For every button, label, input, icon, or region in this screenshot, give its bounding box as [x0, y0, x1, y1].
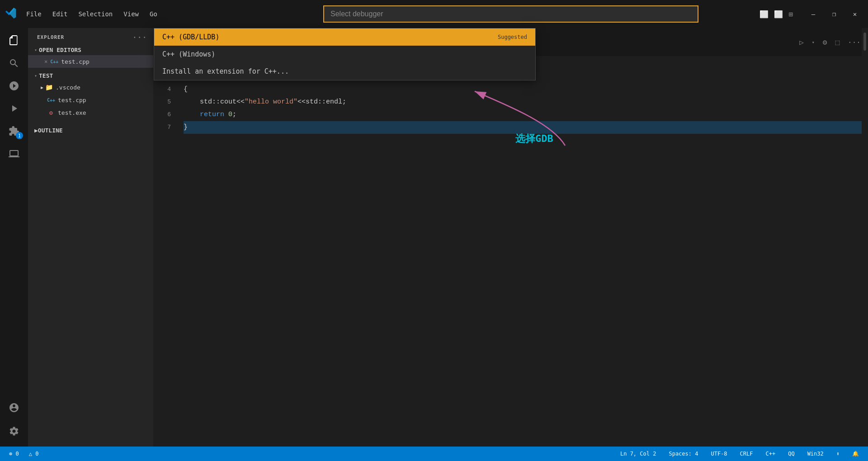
open-editors-chevron: ▾ [34, 47, 37, 52]
suggested-label: Suggested [498, 34, 527, 40]
vscode-folder-chevron: ▶ [41, 85, 43, 90]
folder-icon: 📁 [45, 84, 53, 91]
debugger-dropdown: C++ (GDB/LLDB) Suggested C++ (Windows) I… [154, 28, 536, 80]
editor-scrollbar[interactable] [862, 28, 868, 447]
activity-item-settings[interactable] [3, 420, 25, 442]
run-debug-button[interactable]: ▷ [797, 35, 807, 49]
menu-file[interactable]: File [22, 9, 46, 19]
line-numbers: 2 3 4 5 6 7 [154, 56, 177, 447]
token-string: "hello world" [245, 96, 297, 108]
run-debug-dropdown[interactable]: ▾ [809, 37, 817, 47]
sidebar: EXPLORER ··· ▾ OPEN EDITORS ✕ C++ test.c… [28, 28, 154, 447]
debugger-item-extension[interactable]: Install an extension for C++... [154, 63, 535, 80]
line-num-5: 5 [154, 96, 171, 108]
status-qq[interactable]: QQ [785, 450, 797, 458]
tree-item-testexe[interactable]: ⚙ test.exe [28, 106, 153, 119]
sidebar-header: EXPLORER ··· [28, 28, 153, 45]
status-upload-icon[interactable]: ⬆ [834, 450, 842, 458]
token-zero: 0 [228, 108, 232, 121]
debugger-item-gdb-label: C++ (GDB/LLDB) [162, 33, 219, 41]
debugger-item-extension-label: Install an extension for C++... [162, 67, 289, 75]
status-bar-left: ⊗ 0 △ 0 [6, 450, 41, 458]
test-chevron: ▾ [34, 73, 37, 78]
close-tab-icon[interactable]: ✕ [44, 58, 47, 65]
open-editor-testcpp[interactable]: ✕ C++ test.cpp [28, 55, 153, 68]
activity-item-search[interactable] [3, 52, 25, 74]
status-language[interactable]: C++ [763, 450, 778, 458]
outline-chevron: ▶ [34, 127, 38, 134]
activity-item-source-control[interactable] [3, 75, 25, 97]
token-endl: <<std::endl; [297, 96, 346, 108]
status-bar: ⊗ 0 △ 0 Ln 7, Col 2 Spaces: 4 UTF-8 CRLF… [0, 447, 868, 461]
sidebar-bottom: ▶ OUTLINE [28, 121, 153, 136]
layout-toggle-button[interactable]: ⬚ [832, 35, 842, 49]
test-section[interactable]: ▾ TEST [28, 71, 153, 81]
status-bell-icon[interactable]: 🔔 [849, 450, 862, 458]
status-bar-right: Ln 7, Col 2 Spaces: 4 UTF-8 CRLF C++ QQ … [618, 450, 862, 458]
activity-bar: 1 [0, 28, 28, 447]
activity-item-account[interactable] [3, 397, 25, 419]
scrollbar-thumb [863, 33, 866, 51]
activity-item-explorer[interactable] [3, 30, 25, 52]
token-indent [184, 96, 200, 108]
menu-edit[interactable]: Edit [48, 9, 72, 19]
extensions-badge: 1 [16, 132, 23, 139]
status-warnings[interactable]: △ 0 [26, 450, 42, 458]
code-line-5: std::cout<< "hello world" <<std::endl; [184, 96, 868, 108]
status-errors[interactable]: ⊗ 0 [6, 450, 22, 458]
code-line-7: } [184, 121, 868, 134]
status-line-ending[interactable]: CRLF [737, 450, 756, 458]
code-line-4: { [184, 83, 868, 96]
line-num-6: 6 [154, 108, 171, 121]
settings-button[interactable]: ⚙ [820, 35, 830, 49]
sidebar-title: EXPLORER [37, 34, 64, 40]
code-lines[interactable]: using namespace std; int main () { [177, 56, 868, 447]
vscode-logo [5, 7, 17, 21]
menu-view[interactable]: View [119, 9, 143, 19]
open-editor-filename: test.cpp [61, 58, 90, 65]
editor-area: ▷ ▾ ⚙ ⬚ ··· 2 3 4 5 6 7 using namespace [154, 28, 868, 447]
menu-selection[interactable]: Selection [74, 9, 117, 19]
main-layout: 1 EXPLORER ··· [0, 28, 868, 447]
token-close-brace: } [184, 121, 188, 134]
tree-item-testcpp[interactable]: C++ test.cpp [28, 94, 153, 106]
code-editor: 2 3 4 5 6 7 using namespace std; int [154, 56, 868, 447]
line-num-7: 7 [154, 121, 171, 134]
activity-bar-bottom [3, 397, 25, 447]
token-open-brace: { [184, 83, 188, 96]
cpp-tree-icon: C++ [47, 96, 55, 104]
warning-count: 0 [35, 451, 38, 457]
debugger-item-gdb[interactable]: C++ (GDB/LLDB) Suggested [154, 28, 535, 46]
debugger-item-windows-label: C++ (Windows) [162, 50, 215, 58]
sidebar-more-button[interactable]: ··· [132, 33, 147, 42]
open-editors-label: OPEN EDITORS [39, 47, 81, 53]
status-encoding[interactable]: UTF-8 [708, 450, 730, 458]
line-num-4: 4 [154, 83, 171, 96]
tree-folder-vscode[interactable]: ▶ 📁 .vscode [28, 81, 153, 94]
error-icon: ⊗ [9, 451, 12, 457]
debugger-item-windows[interactable]: C++ (Windows) [154, 46, 535, 63]
more-actions-button[interactable]: ··· [845, 35, 863, 49]
error-count: 0 [15, 451, 19, 457]
command-palette-input[interactable] [324, 6, 698, 22]
activity-item-remote[interactable] [3, 143, 25, 165]
warning-icon: △ [29, 451, 32, 457]
cpp-file-icon: C++ [50, 57, 58, 66]
status-platform[interactable]: Win32 [805, 450, 826, 458]
outline-label: OUTLINE [38, 127, 63, 134]
open-editors-section[interactable]: ▾ OPEN EDITORS [28, 45, 153, 55]
token-return: return [200, 108, 224, 121]
status-position[interactable]: Ln 7, Col 2 [618, 450, 659, 458]
status-spaces[interactable]: Spaces: 4 [666, 450, 701, 458]
title-bar: File Edit Selection View Go ⬜ ⬜ ⊞ — ❐ ✕ [0, 0, 868, 28]
code-line-6: return 0 ; [184, 108, 868, 121]
tree-item-testcpp-label: test.cpp [58, 97, 86, 103]
exe-tree-icon: ⚙ [47, 108, 55, 117]
command-palette-wrapper [323, 5, 698, 23]
command-palette-overlay [154, 0, 868, 28]
activity-item-run[interactable] [3, 98, 25, 119]
test-section-label: TEST [39, 72, 53, 79]
token-cout: std::cout<< [200, 96, 245, 108]
activity-item-extensions[interactable]: 1 [3, 120, 25, 142]
outline-section[interactable]: ▶ OUTLINE [28, 125, 153, 136]
